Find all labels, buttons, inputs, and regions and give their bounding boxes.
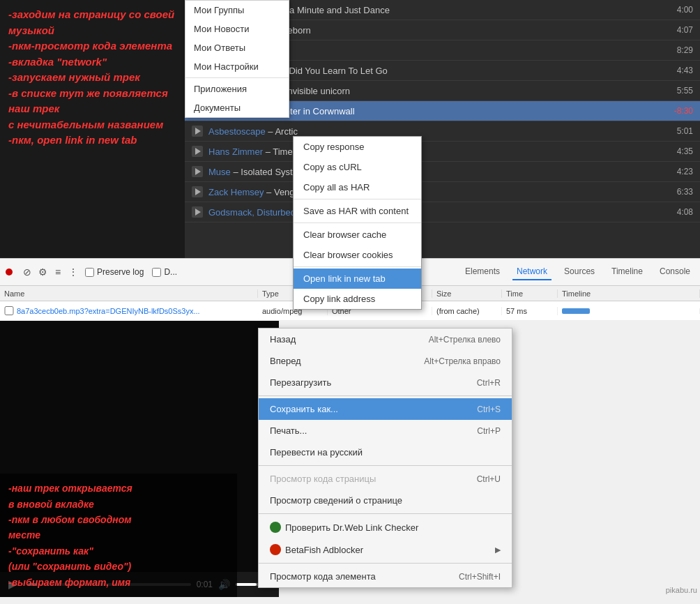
drweb-icon — [270, 522, 281, 533]
browser-context-menu[interactable]: Назад Alt+Стрелка влево Вперед Alt+Стрел… — [258, 328, 512, 588]
nav-item-news[interactable]: Мои Новости — [185, 20, 289, 38]
tab-network[interactable]: Network — [512, 264, 551, 280]
track-9[interactable]: Zack Hemsey – Vengeance 6:33 — [185, 182, 700, 202]
browser-ctx-inspect[interactable]: Просмотр кода элемента Ctrl+Shift+I — [259, 566, 512, 587]
col-size: Size — [432, 289, 502, 298]
browser-ctx-page-info[interactable]: Просмотр сведений о странице — [259, 490, 512, 511]
ctx-clear-cache[interactable]: Clear browser cache — [294, 225, 421, 245]
play-icon-7 — [192, 146, 203, 157]
tab-elements[interactable]: Elements — [461, 264, 504, 280]
col-time: Time — [502, 289, 558, 298]
devtools-tabs: Elements Network Sources Timeline Consol… — [461, 264, 694, 280]
annotation-bottom: -наш трек открывается в вновой вкладке -… — [0, 474, 237, 597]
track-6[interactable]: Asbestoscape – Arctic 5:01 — [185, 121, 700, 142]
browser-ctx-reload[interactable]: Перезагрузить Ctrl+R — [259, 372, 512, 393]
browser-ctx-forward[interactable]: Вперед Alt+Стрелка вправо — [259, 350, 512, 372]
video-area: ▶ 0:01 🔊 -наш трек открывается в вновой … — [0, 321, 279, 597]
ctx-open-new-tab[interactable]: Open link in new tab — [294, 269, 421, 289]
browser-ctx-view-source: Просмотр кода страницы Ctrl+U — [259, 468, 512, 490]
tab-sources[interactable]: Sources — [560, 264, 599, 280]
top-section: -заходим на страницу со своей музыкой -п… — [0, 0, 700, 258]
network-row-filename: 8a7a3cecb0eb.mp3?extra=DGENIyNB-lkfDs0Ss… — [17, 307, 200, 315]
ctx-divider-1 — [259, 395, 512, 396]
ctx-save-har[interactable]: Save as HAR with content — [294, 201, 421, 221]
network-row-size: (from cache) — [432, 307, 502, 315]
preserve-log-area: Preserve log D... — [85, 267, 177, 277]
row-checkbox[interactable] — [4, 306, 14, 315]
preserve-log-label: Preserve log — [97, 267, 144, 277]
nav-item-groups[interactable]: Мои Группы — [185, 1, 289, 20]
ctx-divider-4 — [259, 563, 512, 564]
record-button[interactable] — [6, 269, 13, 275]
ctx-copy-har[interactable]: Copy all as HAR — [294, 177, 421, 197]
play-icon-10 — [192, 206, 203, 218]
browser-ctx-print[interactable]: Печать... Ctrl+P — [259, 420, 512, 441]
nav-item-docs[interactable]: Документы — [185, 98, 289, 117]
disable-cache-label: D... — [164, 267, 177, 277]
ctx-copy-link[interactable]: Copy link address — [294, 289, 421, 309]
col-name: Name — [0, 289, 258, 298]
browser-ctx-save[interactable]: Сохранить как... Ctrl+S — [259, 398, 512, 420]
network-row-time: 57 ms — [502, 307, 558, 315]
volume-fill — [236, 583, 257, 586]
view-icon[interactable]: ≡ — [52, 266, 64, 278]
ctx-copy-curl[interactable]: Copy as cURL — [294, 157, 421, 177]
nav-menu[interactable]: Мои Группы Мои Новости Мои Ответы Мои На… — [185, 0, 289, 118]
submenu-arrow: ▶ — [495, 545, 501, 554]
bottom-section: ▶ 0:01 🔊 -наш трек открывается в вновой … — [0, 321, 700, 597]
nav-item-settings[interactable]: Мои Настройки — [185, 57, 289, 76]
browser-ctx-betafish[interactable]: BetaFish Adblocker ▶ — [259, 538, 512, 561]
nav-item-apps[interactable]: Приложения — [185, 80, 289, 98]
browser-ctx-drweb[interactable]: Проверить Dr.Web Link Checker — [259, 516, 512, 538]
browser-ctx-translate[interactable]: Перевести на русский — [259, 441, 512, 463]
disable-cache-checkbox[interactable] — [152, 268, 161, 277]
track-10[interactable]: Godsmack, Disturbed, Slipknot – Change o… — [185, 202, 700, 222]
track-8[interactable]: Muse – Isolated System (OST Война миров … — [185, 162, 700, 182]
betafish-icon — [270, 544, 281, 555]
settings-icon[interactable]: ⋮ — [67, 266, 79, 278]
filter-icon[interactable]: ⚙ — [36, 266, 49, 278]
play-icon-8 — [192, 166, 203, 177]
track-7[interactable]: Hans Zimmer – Time 4:35 — [185, 142, 700, 162]
tab-timeline[interactable]: Timeline — [607, 264, 647, 280]
browser-ctx-back[interactable]: Назад Alt+Стрелка влево — [259, 329, 512, 350]
play-icon-6 — [192, 126, 203, 137]
tab-console[interactable]: Console — [655, 264, 694, 280]
network-row-name: 8a7a3cecb0eb.mp3?extra=DGENIyNB-lkfDs0Ss… — [0, 306, 258, 315]
play-icon-9 — [192, 186, 203, 197]
col-timeline: Timeline — [558, 289, 700, 298]
clear-icon[interactable]: ⊘ — [21, 266, 33, 278]
music-panel: Мои Группы Мои Новости Мои Ответы Мои На… — [185, 0, 700, 258]
ctx-divider-2 — [259, 465, 512, 466]
preserve-log-checkbox[interactable] — [85, 268, 94, 277]
devtools-icons: ⊘ ⚙ ≡ ⋮ — [21, 266, 79, 278]
ctx-clear-cookies[interactable]: Clear browser cookies — [294, 245, 421, 265]
devtools-context-menu[interactable]: Copy response Copy as cURL Copy all as H… — [293, 136, 422, 310]
ctx-copy-response[interactable]: Copy response — [294, 137, 421, 157]
nav-item-answers[interactable]: Мои Ответы — [185, 38, 289, 57]
ctx-divider-3 — [259, 513, 512, 514]
network-row-timeline — [558, 308, 700, 314]
watermark: pikabu.ru — [666, 586, 697, 594]
annotation-top: -заходим на страницу со своей музыкой -п… — [0, 0, 185, 258]
